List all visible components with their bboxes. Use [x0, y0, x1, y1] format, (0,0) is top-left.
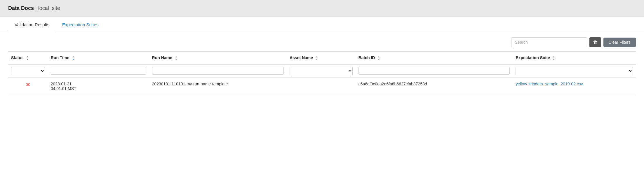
expectation-suite-link[interactable]: yellow_tripdata_sample_2019-02.csv	[516, 82, 583, 86]
filter-cell-expectation-suite	[513, 65, 636, 77]
clear-filters-button[interactable]: Clear Filters	[603, 38, 636, 47]
filter-cell-run-name	[149, 65, 287, 77]
header-title: Data Docs | local_site	[8, 5, 60, 11]
cell-status: ✕	[8, 77, 48, 95]
col-header-run-name[interactable]: Run Name ▲▼	[149, 52, 287, 65]
site-name: local_site	[38, 5, 60, 11]
toolbar: 🗑 Clear Filters	[0, 32, 644, 51]
trash-icon: 🗑	[593, 40, 598, 45]
cell-run-time: 2023-01-3104:01:01 MST	[48, 77, 149, 95]
sort-icon-asset-name: ▲▼	[316, 55, 318, 61]
trash-button[interactable]: 🗑	[589, 37, 601, 47]
cell-expectation-suite: yellow_tripdata_sample_2019-02.csv	[513, 77, 636, 95]
sort-icon-status: ▲▼	[26, 55, 29, 61]
col-header-status[interactable]: Status ▲▼	[8, 52, 48, 65]
filter-run-time-input[interactable]	[51, 67, 146, 75]
sort-icon-batch-id: ▲▼	[377, 55, 380, 61]
cell-batch-id: c6a6df9c0da2e6fa8b6627cfab87253d	[356, 77, 513, 95]
sort-icon-run-name: ▲▼	[175, 55, 177, 61]
tab-expectation-suites[interactable]: Expectation Suites	[56, 17, 105, 32]
header-bar: Data Docs | local_site	[0, 0, 644, 17]
filter-expectation-suite-select[interactable]	[516, 67, 633, 75]
filter-cell-status	[8, 65, 48, 77]
col-header-asset-name[interactable]: Asset Name ▲▼	[287, 52, 356, 65]
search-input[interactable]	[511, 37, 587, 47]
cell-asset-name	[287, 77, 356, 95]
sort-icon-run-time: ▲▼	[72, 55, 74, 61]
filter-cell-asset-name	[287, 65, 356, 77]
col-header-batch-id[interactable]: Batch ID ▲▼	[356, 52, 513, 65]
table-filter-row	[8, 65, 636, 77]
col-header-expectation-suite[interactable]: Expectation Suite ▲▼	[513, 52, 636, 65]
tab-validation-results[interactable]: Validation Results	[8, 17, 56, 32]
col-header-run-time[interactable]: Run Time ▲▼	[48, 52, 149, 65]
filter-cell-run-time	[48, 65, 149, 77]
table-row: ✕2023-01-3104:01:01 MST20230131-110101-m…	[8, 77, 636, 95]
results-table: Status ▲▼ Run Time ▲▼ Run Name ▲▼	[8, 51, 636, 95]
header-separator: |	[34, 5, 38, 11]
app-name: Data Docs	[8, 5, 34, 11]
filter-run-name-input[interactable]	[152, 67, 284, 75]
filter-cell-batch-id	[356, 65, 513, 77]
status-fail-icon: ✕	[26, 82, 30, 88]
sort-icon-expectation-suite: ▲▼	[553, 55, 555, 61]
tabs-bar: Validation Results Expectation Suites	[0, 17, 644, 32]
table-header-row: Status ▲▼ Run Time ▲▼ Run Name ▲▼	[8, 52, 636, 65]
filter-asset-name-select[interactable]	[290, 67, 353, 75]
filter-batch-id-input[interactable]	[358, 67, 510, 75]
cell-run-name: 20230131-110101-my-run-name-template	[149, 77, 287, 95]
table-wrapper: Status ▲▼ Run Time ▲▼ Run Name ▲▼	[0, 51, 644, 103]
filter-status-select[interactable]	[11, 67, 45, 75]
